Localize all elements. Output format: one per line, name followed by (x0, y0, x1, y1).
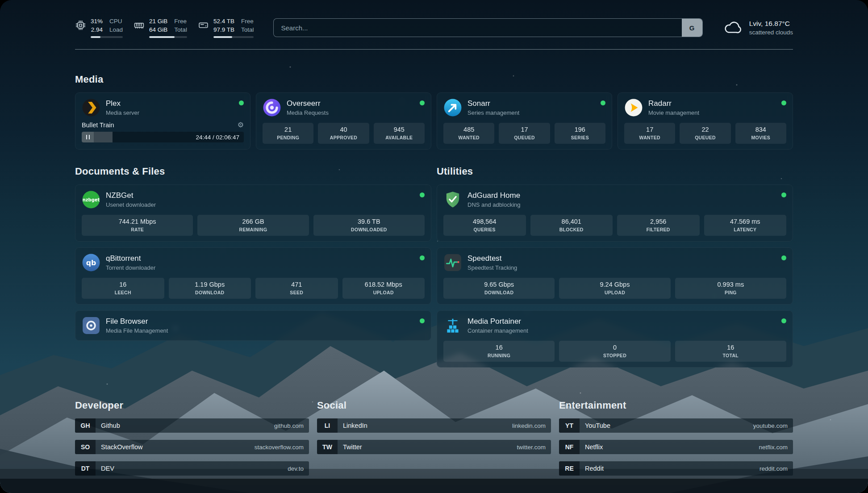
stat-pending: 21PENDING (263, 123, 313, 144)
stat-label: STOPPED (561, 353, 668, 358)
radarr-icon (624, 98, 643, 117)
stats-row: 21PENDING40APPROVED945AVAILABLE (263, 117, 425, 144)
bookmark-reddit[interactable]: RERedditreddit.com (559, 461, 793, 476)
bookmark-url: github.com (274, 422, 304, 429)
stat-rate: 744.21 MbpsRATE (82, 215, 193, 236)
service-card-file-browser[interactable]: File BrowserMedia File Management (75, 310, 431, 341)
service-name: qBittorrent (106, 254, 155, 263)
stat-available: 945AVAILABLE (374, 123, 425, 144)
stat-blocked: 86,401BLOCKED (530, 215, 613, 236)
bookmark-group-title: Social (317, 400, 551, 411)
stat-queued: 22QUEUED (680, 123, 730, 144)
stat-label: PING (677, 290, 785, 295)
status-dot (781, 318, 786, 323)
stat-value: 47.569 ms (706, 218, 785, 225)
bookmark-group-social: SocialLILinkedInlinkedin.comTWTwittertwi… (317, 400, 551, 483)
bookmark-stackoverflow[interactable]: SOStackOverflowstackoverflow.com (75, 440, 309, 454)
service-card-header: SonarrSeries management (443, 98, 605, 117)
service-card-sonarr[interactable]: SonarrSeries management485WANTED17QUEUED… (437, 92, 612, 150)
memory-total: 64 GiB (149, 26, 167, 34)
bookmark-abbr: SO (75, 440, 96, 454)
stat-label: DOWNLOAD (171, 290, 250, 295)
bookmark-url: linkedin.com (512, 422, 546, 429)
service-description: Movie management (648, 109, 699, 116)
stat-label: TOTAL (677, 353, 785, 358)
bookmark-youtube[interactable]: YTYouTubeyoutube.com (559, 418, 793, 433)
service-card-qbittorrent[interactable]: qbqBittorrentTorrent downloader16LEECH1.… (75, 247, 431, 305)
stat-label: UPLOAD (561, 290, 668, 295)
bookmark-linkedin[interactable]: LILinkedInlinkedin.com (317, 418, 551, 433)
memory-progress-bar (149, 36, 187, 38)
service-description: Series management (467, 109, 519, 116)
service-card-header: SpeedtestSpeedtest Tracking (443, 253, 786, 272)
stat-approved: 40APPROVED (318, 123, 369, 144)
stat-label: DOWNLOAD (445, 290, 553, 295)
stat-download: 9.65 GbpsDOWNLOAD (443, 278, 555, 299)
service-card-media-portainer[interactable]: Media PortainerContainer management16RUN… (437, 310, 793, 368)
bookmark-columns: DeveloperGHGithubgithub.comSOStackOverfl… (75, 400, 793, 493)
now-playing-row: Bullet Train⚙ (82, 121, 244, 129)
cpu-load-label: Load (109, 26, 123, 34)
cpu-label: CPU (109, 17, 123, 25)
stat-label: MOVIES (737, 135, 785, 140)
service-card-overseerr[interactable]: OverseerrMedia Requests21PENDING40APPROV… (256, 92, 431, 150)
bookmark-netflix[interactable]: NFNetflixnetflix.com (559, 440, 793, 454)
playback-time: 24:44 / 02:06:47 (196, 134, 244, 141)
qbittorrent-icon: qb (82, 253, 100, 272)
stat-value: 22 (681, 126, 729, 133)
stat-download: 1.19 GbpsDOWNLOAD (169, 278, 251, 299)
bookmark-github[interactable]: GHGithubgithub.com (75, 418, 309, 433)
stat-value: 485 (445, 126, 492, 133)
playback-progress-bar[interactable]: 24:44 / 02:06:47 (82, 132, 244, 142)
adguard-icon (443, 190, 462, 209)
service-card-adguard-home[interactable]: AdGuard HomeDNS and adblocking498,564QUE… (437, 184, 793, 242)
stat-value: 834 (737, 126, 785, 133)
stat-value: 2,956 (619, 218, 698, 225)
stat-value: 0 (561, 344, 668, 351)
service-description: Container management (467, 327, 528, 334)
disk-free: 52.4 TB (213, 17, 234, 25)
service-card-nzbget[interactable]: nzbgetNZBGetUsenet downloader744.21 Mbps… (75, 184, 431, 242)
section-title-media: Media (75, 74, 793, 85)
pause-button[interactable] (82, 132, 94, 142)
files-stack: nzbgetNZBGetUsenet downloader744.21 Mbps… (75, 184, 431, 341)
stat-label: RATE (83, 227, 191, 232)
stat-value: 40 (320, 126, 367, 133)
stat-label: LATENCY (706, 227, 785, 232)
service-title-group: File BrowserMedia File Management (106, 317, 168, 334)
dashboard-screen: 31% CPU 2.94 Load 21 (0, 0, 868, 493)
stat-value: 9.24 Gbps (561, 281, 668, 288)
search-provider-button[interactable]: G (682, 19, 702, 37)
disk-progress-bar (213, 36, 254, 38)
stat-label: AVAILABLE (376, 135, 423, 140)
service-name: Radarr (648, 99, 699, 108)
stat-queries: 498,564QUERIES (443, 215, 526, 236)
gear-icon[interactable]: ⚙ (238, 121, 244, 129)
stat-stopped: 0STOPPED (559, 341, 670, 362)
weather-location: Lviv, 16.87°C (749, 20, 793, 28)
service-description: Torrent downloader (106, 264, 155, 271)
service-card-plex[interactable]: PlexMedia serverBullet Train⚙24:44 / 02:… (75, 92, 250, 150)
bookmark-dev[interactable]: DTDEVdev.to (75, 461, 309, 476)
overseerr-icon (263, 98, 281, 117)
status-dot (420, 318, 425, 323)
service-name: Overseerr (287, 99, 329, 108)
stat-value: 17 (626, 126, 673, 133)
service-description: Usenet downloader (106, 201, 156, 208)
stat-label: UPLOAD (344, 290, 423, 295)
bookmark-twitter[interactable]: TWTwittertwitter.com (317, 440, 551, 454)
status-dot (601, 100, 605, 105)
section-utilities: Utilities AdGuard HomeDNS and adblocking… (437, 166, 793, 368)
bookmark-abbr: DT (75, 461, 96, 476)
stat-value: 471 (257, 281, 336, 288)
service-card-radarr[interactable]: RadarrMovie management17WANTED22QUEUED83… (618, 92, 793, 150)
service-card-header: OverseerrMedia Requests (263, 98, 425, 117)
utilities-stack: AdGuard HomeDNS and adblocking498,564QUE… (437, 184, 793, 368)
bookmark-group-developer: DeveloperGHGithubgithub.comSOStackOverfl… (75, 400, 309, 483)
service-name: Media Portainer (467, 317, 528, 326)
stat-label: FILTERED (619, 227, 698, 232)
search-input[interactable] (273, 18, 702, 37)
service-card-speedtest[interactable]: SpeedtestSpeedtest Tracking9.65 GbpsDOWN… (437, 247, 793, 305)
stats-row: 17WANTED22QUEUED834MOVIES (624, 117, 786, 144)
status-dot (239, 100, 244, 105)
